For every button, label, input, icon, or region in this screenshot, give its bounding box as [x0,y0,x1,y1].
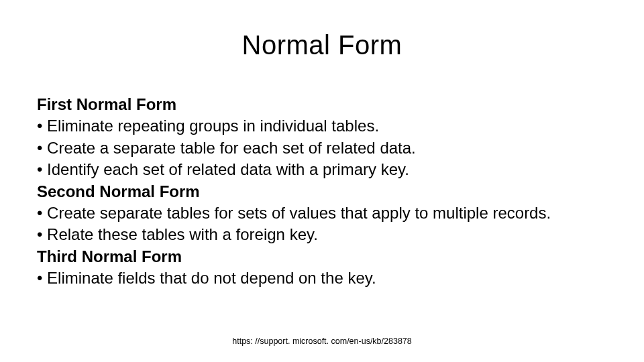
section-heading: First Normal Form [37,94,610,115]
bullet-item: • Create a separate table for each set o… [37,137,610,159]
bullet-item: • Identify each set of related data with… [37,159,610,180]
bullet-item: • Relate these tables with a foreign key… [37,224,610,245]
section-heading: Third Normal Form [37,246,610,267]
footer-source-link: https: //support. microsoft. com/en-us/k… [0,337,644,346]
bullet-item: • Create separate tables for sets of val… [37,202,610,224]
bullet-item: • Eliminate repeating groups in individu… [37,115,610,137]
bullet-item: • Eliminate fields that do not depend on… [37,267,610,289]
slide-content: First Normal Form • Eliminate repeating … [34,94,610,290]
slide-title: Normal Form [34,30,610,60]
slide: Normal Form First Normal Form • Eliminat… [0,0,644,362]
section-heading: Second Normal Form [37,181,610,202]
